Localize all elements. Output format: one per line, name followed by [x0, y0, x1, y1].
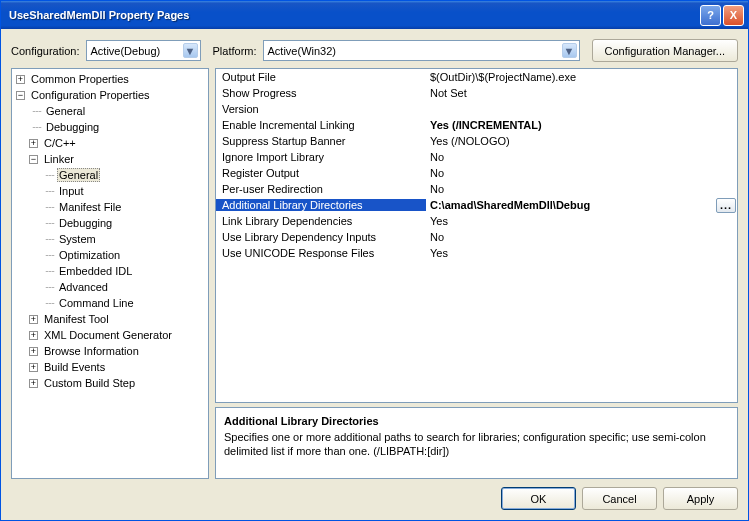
tree-line-icon: ······ [42, 298, 57, 308]
tree-item-linker-optimization[interactable]: ······Optimization [12, 247, 208, 263]
property-value[interactable]: No [426, 231, 737, 243]
titlebar[interactable]: UseSharedMemDll Property Pages ? X [1, 1, 748, 29]
property-value[interactable]: Yes [426, 215, 737, 227]
plus-icon[interactable]: + [29, 379, 38, 388]
property-value[interactable]: Not Set [426, 87, 737, 99]
platform-combo[interactable]: Active(Win32) ▼ [263, 40, 580, 61]
ok-button[interactable]: OK [501, 487, 576, 510]
tree-line-icon: ······ [42, 266, 57, 276]
platform-label: Platform: [213, 45, 257, 57]
tree-item-linker-system[interactable]: ······System [12, 231, 208, 247]
property-name: Output File [216, 71, 426, 83]
tree-line-icon: ······ [29, 106, 44, 116]
tree-item-linker-debugging[interactable]: ······Debugging [12, 215, 208, 231]
help-button[interactable]: ? [700, 5, 721, 26]
platform-value: Active(Win32) [268, 45, 562, 57]
right-panel: Output File$(OutDir)\$(ProjectName).exeS… [215, 68, 738, 479]
property-row[interactable]: Use UNICODE Response FilesYes [216, 245, 737, 261]
tree-item-linker-command-line[interactable]: ······Command Line [12, 295, 208, 311]
property-value[interactable]: No [426, 151, 737, 163]
tree-item-debugging[interactable]: ······Debugging [12, 119, 208, 135]
minus-icon[interactable]: − [29, 155, 38, 164]
property-name: Enable Incremental Linking [216, 119, 426, 131]
property-name: Suppress Startup Banner [216, 135, 426, 147]
description-title: Additional Library Directories [224, 414, 729, 428]
property-pages-window: UseSharedMemDll Property Pages ? X Confi… [0, 0, 749, 521]
property-name: Use UNICODE Response Files [216, 247, 426, 259]
property-row[interactable]: Use Library Dependency InputsNo [216, 229, 737, 245]
close-button[interactable]: X [723, 5, 744, 26]
browse-button[interactable]: ... [716, 198, 736, 213]
tree-item-linker-manifest[interactable]: ······Manifest File [12, 199, 208, 215]
tree-item-build-events[interactable]: +Build Events [12, 359, 208, 375]
tree-line-icon: ······ [42, 202, 57, 212]
tree-item-linker-general[interactable]: ······General [12, 167, 208, 183]
tree-line-icon: ······ [42, 234, 57, 244]
tree-item-linker-advanced[interactable]: ······Advanced [12, 279, 208, 295]
property-value[interactable]: C:\amad\SharedMemDll\Debug [426, 199, 716, 211]
tree-line-icon: ······ [29, 122, 44, 132]
main-area: +Common Properties −Configuration Proper… [11, 68, 738, 479]
plus-icon[interactable]: + [29, 331, 38, 340]
property-row[interactable]: Per-user RedirectionNo [216, 181, 737, 197]
configuration-manager-button[interactable]: Configuration Manager... [592, 39, 738, 62]
tree-item-browse-information[interactable]: +Browse Information [12, 343, 208, 359]
tree-item-linker-input[interactable]: ······Input [12, 183, 208, 199]
apply-button[interactable]: Apply [663, 487, 738, 510]
plus-icon[interactable]: + [29, 139, 38, 148]
tree-item-manifest-tool[interactable]: +Manifest Tool [12, 311, 208, 327]
property-name: Use Library Dependency Inputs [216, 231, 426, 243]
description-text: Specifies one or more additional paths t… [224, 430, 729, 458]
property-name: Show Progress [216, 87, 426, 99]
property-name: Additional Library Directories [216, 199, 426, 211]
tree-item-xml-document-generator[interactable]: +XML Document Generator [12, 327, 208, 343]
tree-item-linker-embedded-idl[interactable]: ······Embedded IDL [12, 263, 208, 279]
property-value[interactable]: Yes (/NOLOGO) [426, 135, 737, 147]
property-value[interactable]: Yes (/INCREMENTAL) [426, 119, 737, 131]
property-row[interactable]: Register OutputNo [216, 165, 737, 181]
tree-item-ccpp[interactable]: +C/C++ [12, 135, 208, 151]
property-name: Link Library Dependencies [216, 215, 426, 227]
window-title: UseSharedMemDll Property Pages [9, 9, 698, 21]
plus-icon[interactable]: + [29, 363, 38, 372]
help-icon: ? [707, 9, 714, 21]
tree-item-linker[interactable]: −Linker [12, 151, 208, 167]
plus-icon[interactable]: + [29, 347, 38, 356]
chevron-down-icon: ▼ [183, 43, 198, 58]
property-row[interactable]: Version [216, 101, 737, 117]
property-row[interactable]: Ignore Import LibraryNo [216, 149, 737, 165]
plus-icon[interactable]: + [16, 75, 25, 84]
property-value[interactable]: $(OutDir)\$(ProjectName).exe [426, 71, 737, 83]
property-row[interactable]: Output File$(OutDir)\$(ProjectName).exe [216, 69, 737, 85]
property-name: Register Output [216, 167, 426, 179]
minus-icon[interactable]: − [16, 91, 25, 100]
configuration-combo[interactable]: Active(Debug) ▼ [86, 40, 201, 61]
description-box: Additional Library Directories Specifies… [215, 407, 738, 479]
property-name: Per-user Redirection [216, 183, 426, 195]
tree-panel[interactable]: +Common Properties −Configuration Proper… [11, 68, 209, 479]
property-row[interactable]: Suppress Startup BannerYes (/NOLOGO) [216, 133, 737, 149]
tree-item-general[interactable]: ······General [12, 103, 208, 119]
configuration-value: Active(Debug) [91, 45, 183, 57]
property-value[interactable]: No [426, 167, 737, 179]
tree-item-common-properties[interactable]: +Common Properties [12, 71, 208, 87]
tree-item-custom-build-step[interactable]: +Custom Build Step [12, 375, 208, 391]
property-name: Ignore Import Library [216, 151, 426, 163]
cancel-button[interactable]: Cancel [582, 487, 657, 510]
property-value[interactable]: Yes [426, 247, 737, 259]
property-row[interactable]: Show ProgressNot Set [216, 85, 737, 101]
property-row[interactable]: Additional Library DirectoriesC:\amad\Sh… [216, 197, 737, 213]
property-row[interactable]: Enable Incremental LinkingYes (/INCREMEN… [216, 117, 737, 133]
tree-line-icon: ······ [42, 218, 57, 228]
property-name: Version [216, 103, 426, 115]
tree-line-icon: ······ [42, 282, 57, 292]
tree-line-icon: ······ [42, 250, 57, 260]
property-grid[interactable]: Output File$(OutDir)\$(ProjectName).exeS… [215, 68, 738, 403]
tree-line-icon: ······ [42, 170, 57, 180]
tree-item-configuration-properties[interactable]: −Configuration Properties [12, 87, 208, 103]
property-row[interactable]: Link Library DependenciesYes [216, 213, 737, 229]
plus-icon[interactable]: + [29, 315, 38, 324]
property-value[interactable]: No [426, 183, 737, 195]
configuration-label: Configuration: [11, 45, 80, 57]
tree-line-icon: ······ [42, 186, 57, 196]
